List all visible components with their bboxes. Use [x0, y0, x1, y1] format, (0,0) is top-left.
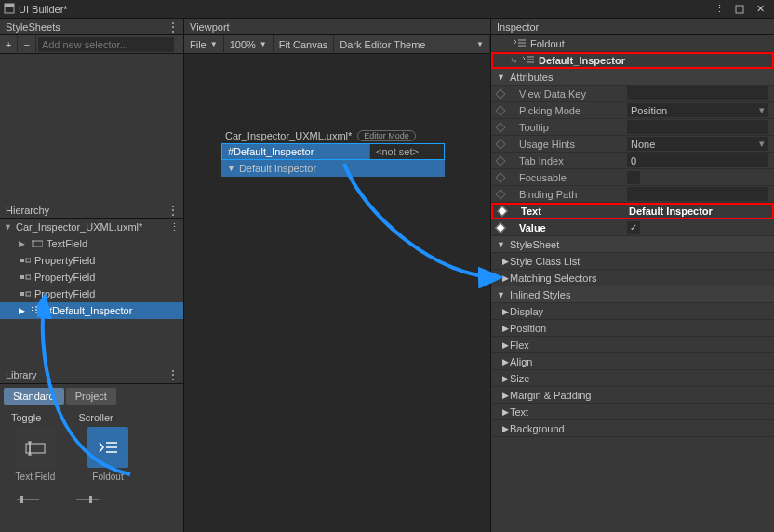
viewport-header: Viewport: [184, 19, 490, 35]
textfield-icon: [15, 427, 56, 468]
text-value[interactable]: Default Inspector: [629, 206, 767, 217]
propertyfield-icon: [19, 271, 32, 284]
editor-mode-badge: Editor Mode: [357, 130, 416, 141]
hierarchy-item[interactable]: PropertyField: [0, 269, 183, 286]
close-icon[interactable]: ✕: [754, 3, 767, 16]
section-matching-selectors[interactable]: Matching Selectors: [491, 270, 774, 286]
binding-path-input[interactable]: [627, 187, 768, 201]
library-panel: Standard Project Toggle Scroller Text Fi…: [0, 384, 183, 532]
zoom-dropdown[interactable]: 100%▼: [224, 35, 274, 54]
svg-rect-7: [20, 275, 24, 279]
attr-value: Value: [491, 219, 774, 236]
kebab-icon[interactable]: ⋮: [713, 3, 726, 16]
library-item-textfield[interactable]: Text Field: [7, 427, 63, 482]
propertyfield-icon: [19, 254, 32, 267]
hierarchy-item[interactable]: TextField: [0, 235, 183, 252]
attr-focusable: Focusable: [491, 169, 774, 186]
selector-field[interactable]: #Default_Inspector <not set>: [221, 143, 445, 160]
usage-hints-dropdown[interactable]: None: [627, 137, 768, 151]
hierarchy-root[interactable]: Car_Inspector_UXML.uxml* ⋮: [0, 219, 183, 235]
file-menu[interactable]: File▼: [184, 35, 224, 54]
picking-mode-dropdown[interactable]: Position: [627, 103, 768, 117]
foldout-icon: [514, 37, 527, 50]
kebab-icon[interactable]: ⋮: [167, 20, 178, 33]
textfield-icon: [31, 237, 44, 250]
foldout-icon: [31, 304, 44, 317]
hierarchy-item[interactable]: PropertyField: [0, 252, 183, 269]
attr-text: Text Default Inspector: [491, 203, 774, 219]
kebab-icon[interactable]: ⋮: [167, 204, 178, 217]
expand-icon[interactable]: [19, 239, 28, 248]
svg-rect-8: [26, 275, 31, 279]
attributes-section[interactable]: Attributes: [491, 69, 774, 86]
section-display[interactable]: Display: [491, 303, 774, 320]
section-inlined-styles[interactable]: Inlined Styles: [491, 286, 774, 303]
section-flex[interactable]: Flex: [491, 337, 774, 353]
foldout-icon: [522, 54, 535, 67]
expand-icon[interactable]: [4, 222, 13, 232]
hierarchy-panel[interactable]: Car_Inspector_UXML.uxml* ⋮ TextField Pro…: [0, 219, 183, 366]
foldout-element[interactable]: ▼ Default Inspector: [221, 160, 445, 177]
tab-project[interactable]: Project: [66, 388, 116, 405]
focusable-checkbox[interactable]: [627, 171, 640, 184]
add-button[interactable]: +: [0, 35, 18, 54]
svg-rect-9: [20, 292, 24, 296]
viewport-canvas[interactable]: Car_Inspector_UXML.uxml* Editor Mode #De…: [184, 54, 490, 532]
tab-index-input[interactable]: [627, 153, 768, 167]
section-margin-padding[interactable]: Margin & Padding: [491, 387, 774, 404]
section-stylesheet[interactable]: StyleSheet: [491, 236, 774, 253]
attr-binding-path: Binding Path: [491, 186, 774, 203]
svg-rect-1: [5, 4, 14, 7]
kebab-icon[interactable]: ⋮: [167, 368, 178, 381]
remove-button[interactable]: −: [18, 35, 35, 54]
section-background[interactable]: Background: [491, 420, 774, 437]
section-position[interactable]: Position: [491, 320, 774, 337]
section-text[interactable]: Text: [491, 404, 774, 420]
hierarchy-item[interactable]: PropertyField: [0, 286, 183, 302]
expand-icon[interactable]: ▼: [227, 164, 235, 173]
maximize-icon[interactable]: [733, 3, 746, 16]
expand-icon[interactable]: [19, 306, 28, 315]
theme-dropdown[interactable]: Dark Editor Theme▼: [334, 35, 490, 54]
section-style-class-list[interactable]: Style Class List: [491, 253, 774, 270]
selector-input[interactable]: [38, 37, 174, 52]
propertyfield-icon: [19, 287, 32, 300]
view-data-key-input[interactable]: [627, 86, 768, 100]
tooltip-input[interactable]: [627, 120, 768, 134]
attr-picking-mode: Picking Mode Position: [491, 102, 774, 119]
svg-rect-22: [20, 496, 23, 503]
expand-icon[interactable]: [497, 73, 506, 82]
svg-rect-5: [20, 259, 24, 262]
window-titlebar: UI Builder* ⋮ ✕: [0, 0, 774, 19]
attr-tooltip: Tooltip: [491, 119, 774, 136]
window-title: UI Builder*: [19, 4, 68, 15]
section-size[interactable]: Size: [491, 370, 774, 387]
stylesheets-header: StyleSheets ⋮: [0, 19, 183, 35]
library-item-foldout[interactable]: Foldout: [80, 427, 136, 482]
section-align[interactable]: Align: [491, 353, 774, 370]
tab-standard[interactable]: Standard: [4, 388, 64, 405]
svg-rect-24: [89, 496, 92, 503]
app-icon: [4, 3, 15, 16]
slider-icon[interactable]: [17, 493, 39, 508]
lib-column-label: Toggle: [11, 412, 41, 423]
attr-tab-index: Tab Index: [491, 153, 774, 169]
canvas-filename: Car_Inspector_UXML.uxml*: [225, 130, 352, 141]
inspector-panel: Foldout ⤷ Default_Inspector Attributes V…: [491, 35, 774, 532]
lib-column-label: Scroller: [78, 412, 113, 423]
attr-view-data-key: View Data Key: [491, 86, 774, 102]
svg-rect-14: [26, 444, 45, 453]
svg-rect-2: [736, 6, 743, 13]
kebab-icon[interactable]: ⋮: [169, 221, 183, 233]
stylesheets-panel: [0, 54, 183, 202]
library-header: Library ⋮: [0, 367, 183, 384]
value-checkbox[interactable]: [627, 221, 640, 234]
svg-rect-6: [26, 259, 31, 262]
breadcrumb-current[interactable]: ⤷ Default_Inspector: [491, 52, 774, 69]
breadcrumb-parent[interactable]: Foldout: [491, 35, 774, 52]
attr-usage-hints: Usage Hints None: [491, 136, 774, 153]
hierarchy-item-default-inspector[interactable]: #Default_Inspector: [0, 302, 183, 319]
fit-canvas-button[interactable]: Fit Canvas: [274, 35, 335, 54]
slider-icon[interactable]: [76, 493, 99, 508]
inspector-header: Inspector: [491, 19, 774, 35]
